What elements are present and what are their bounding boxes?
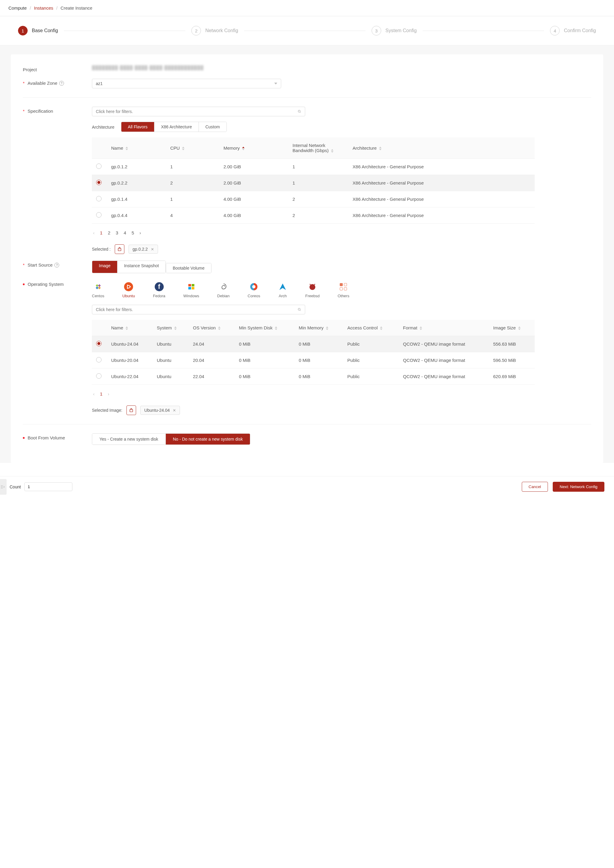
tab-bootable-volume[interactable]: Bootable Volume <box>166 263 211 273</box>
selected-spec-row: Selected : gp.0.2.2 ✕ <box>92 244 535 254</box>
col-min-disk[interactable]: Min System Disk <box>235 320 295 336</box>
table-row[interactable]: gp.0.2.2 2 2.00 GiB 1 X86 Architecture -… <box>92 175 535 191</box>
col-image-size[interactable]: Image Size <box>489 320 535 336</box>
drawer-handle-icon[interactable] <box>0 479 6 495</box>
os-ubuntu[interactable]: Ubuntu <box>122 282 135 298</box>
table-row[interactable]: gp.0.4.4 4 4.00 GiB 2 X86 Architecture -… <box>92 207 535 224</box>
os-centos[interactable]: Centos <box>92 282 104 298</box>
cart-icon[interactable] <box>126 405 136 415</box>
col-bandwidth[interactable]: Internal Network Bandwidth (Gbps) <box>288 137 349 159</box>
radio-button[interactable] <box>96 341 102 346</box>
step-number: 1 <box>18 26 28 36</box>
prev-page-icon[interactable]: ‹ <box>93 391 95 396</box>
tab-instance-snapshot[interactable]: Instance Snapshot <box>118 261 166 273</box>
image-filter-text[interactable] <box>96 307 295 312</box>
row-boot-from-volume: Boot From Volume Yes - Create a new syst… <box>11 433 603 463</box>
remove-chip-icon[interactable]: ✕ <box>151 247 154 252</box>
col-system[interactable]: System <box>153 320 189 336</box>
os-coreos[interactable]: Coreos <box>248 282 260 298</box>
image-table: Name System OS Version Min System Disk M… <box>92 320 535 415</box>
tab-image[interactable]: Image <box>92 261 118 273</box>
svg-rect-11 <box>188 284 191 286</box>
page-number[interactable]: 1 <box>100 230 102 235</box>
page-number[interactable]: 5 <box>132 230 134 235</box>
selected-spec-chip[interactable]: gp.0.2.2 ✕ <box>129 245 158 254</box>
page-number[interactable]: 4 <box>124 230 126 235</box>
cart-icon-svg <box>129 408 134 413</box>
table-row[interactable]: Ubuntu-24.04 Ubuntu 24.04 0 MiB 0 MiB Pu… <box>92 336 535 352</box>
col-access[interactable]: Access Control <box>343 320 398 336</box>
tab-x86[interactable]: X86 Architecture <box>154 122 199 132</box>
step-base-config[interactable]: 1 Base Config <box>18 26 58 36</box>
radio-button[interactable] <box>96 180 102 185</box>
tab-custom[interactable]: Custom <box>199 122 226 132</box>
col-memory[interactable]: Memory <box>219 137 288 159</box>
label-start-source: Start Source <box>28 262 53 267</box>
svg-rect-2 <box>118 248 121 251</box>
col-architecture[interactable]: Architecture <box>349 137 535 159</box>
selected-image-chip[interactable]: Ubuntu-24.04 ✕ <box>140 406 180 415</box>
sort-icon <box>126 147 128 150</box>
spec-filter-text[interactable] <box>96 109 295 114</box>
spec-filter-input[interactable] <box>92 107 305 116</box>
step-network-config[interactable]: 2 Network Config <box>191 26 238 36</box>
col-name[interactable]: Name <box>107 320 153 336</box>
table-row[interactable]: Ubuntu-22.04 Ubuntu 22.04 0 MiB 0 MiB Pu… <box>92 368 535 385</box>
page-number[interactable]: 3 <box>116 230 118 235</box>
step-divider <box>244 31 366 31</box>
radio-button[interactable] <box>96 163 102 169</box>
col-format[interactable]: Format <box>399 320 489 336</box>
cart-icon[interactable] <box>115 244 124 254</box>
radio-button[interactable] <box>96 373 102 379</box>
help-icon[interactable]: ? <box>54 263 59 267</box>
image-filter-input[interactable] <box>92 305 305 314</box>
project-value: ████████-████-████-████-████████████ <box>92 65 204 70</box>
breadcrumb-l1: Compute <box>8 5 27 11</box>
remove-chip-icon[interactable]: ✕ <box>173 408 176 413</box>
step-system-config[interactable]: 3 System Config <box>372 26 417 36</box>
label-boot: Boot From Volume <box>28 435 65 440</box>
svg-point-9 <box>127 285 128 286</box>
next-page-icon[interactable]: › <box>140 231 141 235</box>
label-operating-system: Operating System <box>28 282 64 287</box>
os-windows[interactable]: Windows <box>183 282 199 298</box>
table-row[interactable]: gp.0.1.4 1 4.00 GiB 2 X86 Architecture -… <box>92 191 535 207</box>
breadcrumb-sep: / <box>30 5 31 11</box>
next-page-icon[interactable]: › <box>108 391 109 396</box>
col-os-version[interactable]: OS Version <box>189 320 235 336</box>
page-number[interactable]: 1 <box>100 391 102 396</box>
os-freebsd[interactable]: Freebsd <box>305 282 319 298</box>
svg-point-8 <box>130 286 131 287</box>
col-cpu[interactable]: CPU <box>166 137 219 159</box>
os-others[interactable]: Others <box>338 282 349 298</box>
step-number: 2 <box>191 26 201 36</box>
col-min-memory[interactable]: Min Memory <box>295 320 343 336</box>
cancel-button[interactable]: Cancel <box>522 482 548 492</box>
tab-boot-yes[interactable]: Yes - Create a new system disk <box>92 434 166 444</box>
label-available-zone: Available Zone <box>28 81 57 85</box>
row-available-zone: *Available Zone? az1 <box>11 79 603 89</box>
table-row[interactable]: gp.0.1.2 1 2.00 GiB 1 X86 Architecture -… <box>92 159 535 175</box>
count-input[interactable] <box>24 482 72 491</box>
os-debian[interactable]: Debian <box>217 282 229 298</box>
os-fedora[interactable]: f Fedora <box>153 282 165 298</box>
prev-page-icon[interactable]: ‹ <box>93 231 95 235</box>
breadcrumb-l2-link[interactable]: Instances <box>34 5 53 11</box>
search-icon <box>298 308 301 311</box>
sort-icon <box>218 326 220 330</box>
page-number[interactable]: 2 <box>108 230 110 235</box>
available-zone-select[interactable]: az1 <box>92 79 281 89</box>
table-row[interactable]: Ubuntu-20.04 Ubuntu 20.04 0 MiB 0 MiB Pu… <box>92 352 535 368</box>
tab-boot-no[interactable]: No - Do not create a new system disk <box>166 434 250 444</box>
radio-button[interactable] <box>96 357 102 362</box>
next-button[interactable]: Next: Network Config <box>553 482 605 492</box>
col-name[interactable]: Name <box>107 137 166 159</box>
step-confirm-config[interactable]: 4 Confirm Config <box>550 26 596 36</box>
svg-point-10 <box>127 288 128 289</box>
radio-button[interactable] <box>96 212 102 217</box>
footer-bar: Count Cancel Next: Network Config <box>0 476 614 497</box>
tab-all-flavors[interactable]: All Flavors <box>121 122 154 132</box>
os-arch[interactable]: Arch <box>278 282 287 298</box>
help-icon[interactable]: ? <box>59 81 64 85</box>
radio-button[interactable] <box>96 196 102 201</box>
